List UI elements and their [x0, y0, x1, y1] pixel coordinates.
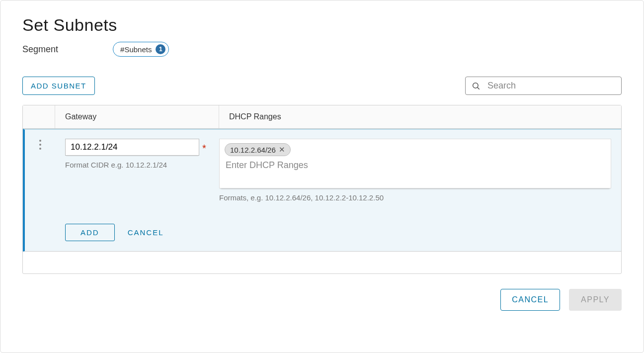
chip-label: #Subnets	[120, 45, 152, 54]
col-dhcp: DHCP Ranges	[219, 105, 621, 128]
dialog-title: Set Subnets	[22, 15, 622, 35]
search-field[interactable]	[465, 77, 622, 95]
subnets-table: Gateway DHCP Ranges * Format CIDR e.g. 1…	[22, 105, 622, 274]
remove-tag-icon[interactable]: ✕	[279, 145, 285, 154]
table-row-editing: * Format CIDR e.g. 10.12.2.1/24 ADD CANC…	[23, 129, 621, 252]
add-subnet-button[interactable]: ADD SUBNET	[22, 77, 95, 95]
svg-line-1	[478, 87, 480, 89]
dhcp-range-tag: 10.12.2.64/26 ✕	[225, 143, 291, 156]
required-asterisk: *	[202, 143, 206, 153]
set-subnets-dialog: Set Subnets Segment #Subnets 1 ADD SUBNE…	[0, 0, 644, 353]
chip-count: 1	[156, 44, 165, 54]
cancel-button[interactable]: CANCEL	[500, 289, 560, 311]
dhcp-ranges-field[interactable]: 10.12.2.64/26 ✕	[219, 139, 611, 188]
search-input[interactable]	[486, 80, 615, 91]
segment-row: Segment #Subnets 1	[22, 42, 622, 57]
gateway-input[interactable]	[65, 139, 199, 156]
add-button[interactable]: ADD	[65, 224, 115, 241]
dhcp-cell: 10.12.2.64/26 ✕ Formats, e.g. 10.12.2.64…	[219, 130, 621, 241]
row-actions-menu[interactable]	[39, 140, 41, 241]
apply-button[interactable]: APPLY	[569, 289, 622, 311]
dhcp-hint: Formats, e.g. 10.12.2.64/26, 10.12.2.2-1…	[219, 193, 611, 202]
row-cancel-button[interactable]: CANCEL	[128, 228, 164, 237]
gateway-cell: * Format CIDR e.g. 10.12.2.1/24 ADD CANC…	[55, 130, 219, 241]
gateway-hint: Format CIDR e.g. 10.12.2.1/24	[65, 161, 209, 169]
tag-text: 10.12.2.64/26	[230, 146, 276, 154]
svg-point-0	[473, 83, 479, 88]
subnets-chip[interactable]: #Subnets 1	[113, 42, 169, 57]
dhcp-ranges-input[interactable]	[225, 156, 606, 175]
toolbar: ADD SUBNET	[22, 77, 622, 95]
empty-row	[23, 252, 621, 273]
table-header: Gateway DHCP Ranges	[23, 105, 621, 129]
search-icon	[472, 82, 481, 90]
segment-label: Segment	[22, 44, 58, 55]
dialog-footer: CANCEL APPLY	[22, 289, 622, 311]
col-gateway: Gateway	[55, 105, 219, 128]
col-actions	[23, 105, 55, 128]
